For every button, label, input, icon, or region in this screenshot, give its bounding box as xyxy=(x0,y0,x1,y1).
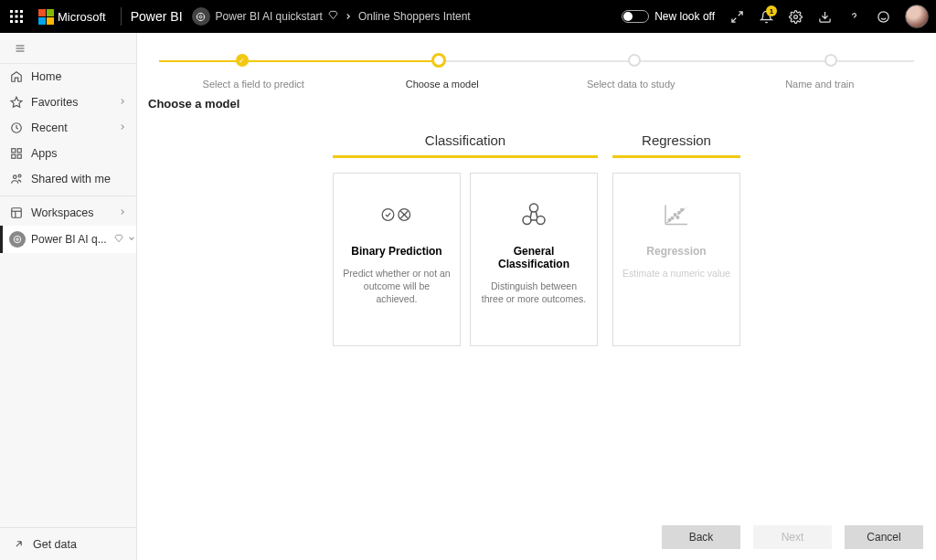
product-label[interactable]: Power BI xyxy=(131,9,192,24)
svg-rect-21 xyxy=(17,154,21,158)
category-regression: Regression Regress xyxy=(612,132,740,346)
content-area: Select a field to predict Choose a model… xyxy=(137,33,936,560)
sidebar-item-favorites[interactable]: Favorites xyxy=(0,90,136,115)
help-icon[interactable] xyxy=(839,0,868,33)
step-dot-4 xyxy=(824,54,837,67)
sidebar-item-recent[interactable]: Recent xyxy=(0,115,136,141)
model-card-desc: Estimate a numeric value xyxy=(622,267,730,280)
svg-rect-18 xyxy=(12,149,16,153)
download-icon[interactable] xyxy=(810,0,839,33)
general-classification-icon xyxy=(520,199,548,230)
microsoft-logo[interactable]: Microsoft xyxy=(33,9,112,25)
workspace-actions xyxy=(114,233,136,246)
svg-rect-2 xyxy=(20,10,23,13)
wizard-stepper: Select a field to predict Choose a model… xyxy=(137,33,936,90)
breadcrumb-item[interactable]: Power BI AI quickstart xyxy=(216,10,323,23)
app-launcher-icon[interactable] xyxy=(0,0,33,33)
workspaces-icon xyxy=(9,206,24,220)
cancel-button[interactable]: Cancel xyxy=(845,525,923,549)
chevron-right-icon xyxy=(118,96,127,109)
svg-point-27 xyxy=(14,236,21,243)
model-options: Classification Binary Prediction xyxy=(137,132,936,346)
wizard-footer: Back Next Cancel xyxy=(662,525,923,549)
model-card-regression: Regression Estimate a numeric value xyxy=(612,173,740,346)
sidebar-item-label: Workspaces xyxy=(31,206,94,219)
svg-line-37 xyxy=(536,211,537,217)
get-data-icon xyxy=(11,537,26,552)
svg-marker-16 xyxy=(11,97,22,107)
share-icon xyxy=(9,172,24,186)
svg-rect-4 xyxy=(16,16,18,18)
feedback-icon[interactable] xyxy=(868,0,898,33)
svg-rect-1 xyxy=(16,10,18,13)
sidebar-item-shared[interactable]: Shared with me xyxy=(0,166,136,192)
topbar: Microsoft Power BI Power BI AI quickstar… xyxy=(0,0,936,33)
sidebar-collapse-button[interactable] xyxy=(0,33,136,64)
svg-point-46 xyxy=(681,209,683,211)
clock-icon xyxy=(9,121,24,135)
category-title: Classification xyxy=(333,132,598,155)
star-icon xyxy=(9,95,24,110)
active-workspace-label: Power BI AI q... xyxy=(31,233,107,246)
fullscreen-icon[interactable] xyxy=(722,0,751,33)
get-data-button[interactable]: Get data xyxy=(0,527,136,560)
get-data-label: Get data xyxy=(33,538,77,551)
sidebar-item-apps[interactable]: Apps xyxy=(0,141,136,166)
category-title: Regression xyxy=(612,132,740,155)
svg-point-35 xyxy=(530,204,538,212)
sidebar-item-label: Favorites xyxy=(31,96,78,109)
company-label: Microsoft xyxy=(58,10,106,24)
svg-point-29 xyxy=(382,209,394,221)
sidebar-item-workspaces[interactable]: Workspaces xyxy=(0,200,136,226)
premium-diamond-icon xyxy=(328,10,338,23)
home-icon xyxy=(9,69,24,84)
binary-prediction-icon xyxy=(379,199,414,230)
model-card-general-classification[interactable]: General Classification Distinguish betwe… xyxy=(470,173,598,346)
sidebar-item-home[interactable]: Home xyxy=(0,64,136,90)
back-button[interactable]: Back xyxy=(662,525,740,549)
topbar-divider xyxy=(121,7,122,26)
svg-point-44 xyxy=(674,214,675,216)
model-card-desc: Distinguish between three or more outcom… xyxy=(480,280,588,305)
category-underline xyxy=(612,155,740,158)
svg-rect-5 xyxy=(20,16,23,18)
workspace-avatar-icon xyxy=(9,231,26,248)
model-card-title: Binary Prediction xyxy=(351,245,441,258)
settings-icon[interactable] xyxy=(781,0,810,33)
svg-point-45 xyxy=(678,212,680,214)
step-dot-1[interactable] xyxy=(236,54,249,67)
svg-rect-20 xyxy=(12,154,16,158)
step-dot-2[interactable] xyxy=(431,53,446,68)
sidebar-item-label: Apps xyxy=(31,147,58,160)
svg-rect-24 xyxy=(12,208,22,218)
chevron-down-icon[interactable] xyxy=(127,233,136,246)
category-classification: Classification Binary Prediction xyxy=(333,132,598,346)
svg-line-36 xyxy=(530,211,532,217)
svg-point-9 xyxy=(197,13,204,20)
svg-point-11 xyxy=(793,15,797,18)
sidebar: Home Favorites Recent Apps Shared with m… xyxy=(0,33,137,560)
svg-rect-8 xyxy=(20,20,23,23)
sidebar-item-label: Home xyxy=(31,70,61,83)
notification-badge: 1 xyxy=(766,5,777,16)
apps-icon xyxy=(9,146,24,161)
regression-icon xyxy=(663,199,690,230)
svg-rect-7 xyxy=(16,20,18,23)
active-workspace[interactable]: Power BI AI q... xyxy=(0,226,136,253)
model-card-binary-prediction[interactable]: Binary Prediction Predict whether or not… xyxy=(333,173,461,346)
svg-point-22 xyxy=(14,175,17,179)
svg-rect-3 xyxy=(10,16,13,18)
step-label: Name and train xyxy=(726,79,915,90)
model-card-desc: Predict whether or not an outcome will b… xyxy=(343,267,451,306)
svg-point-23 xyxy=(18,174,21,177)
next-button: Next xyxy=(753,525,832,549)
svg-rect-6 xyxy=(10,20,13,23)
user-avatar[interactable] xyxy=(905,5,929,28)
step-label: Choose a model xyxy=(348,79,537,90)
new-look-toggle[interactable]: New look off xyxy=(622,10,715,23)
sidebar-divider xyxy=(0,195,136,196)
breadcrumb-item[interactable]: Online Shoppers Intent xyxy=(358,10,471,23)
sidebar-item-label: Shared with me xyxy=(31,173,111,185)
svg-point-43 xyxy=(671,217,673,219)
notifications-icon[interactable]: 1 xyxy=(751,0,781,33)
